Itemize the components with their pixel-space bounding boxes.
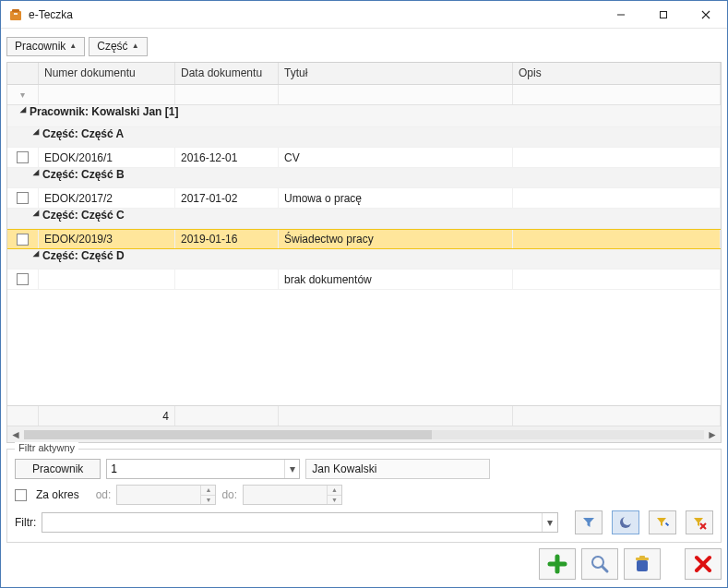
cell-numer: EDOK/2017/2 xyxy=(39,188,175,208)
filter-cell-opis[interactable] xyxy=(513,85,721,104)
svg-point-8 xyxy=(623,516,632,525)
cell-numer: EDOK/2019/3 xyxy=(39,230,175,248)
grid-footer: 4 xyxy=(7,405,721,426)
preview-button[interactable] xyxy=(581,548,618,580)
date-from-spinner[interactable]: ▲▼ xyxy=(116,485,216,505)
employee-picker-button[interactable]: Pracownik xyxy=(15,459,101,479)
cell-opis xyxy=(513,230,721,248)
cell-numer xyxy=(39,270,175,289)
row-checkbox[interactable] xyxy=(17,192,29,204)
filter-cell-tytul[interactable] xyxy=(279,85,513,104)
group-row-employee[interactable]: ◢ Pracownik: Kowalski Jan [1] xyxy=(7,105,721,127)
row-checkbox[interactable] xyxy=(17,151,29,163)
svg-rect-1 xyxy=(12,9,19,12)
filter-panel-legend: Filtr aktywny xyxy=(15,442,78,453)
filter-cell-data[interactable] xyxy=(175,85,279,104)
group-chip-label: Część xyxy=(97,40,127,53)
delete-button[interactable] xyxy=(624,548,661,580)
row-checkbox[interactable] xyxy=(17,234,29,246)
group-chip-pracownik[interactable]: Pracownik ▲ xyxy=(6,37,85,56)
column-header-opis[interactable]: Opis xyxy=(513,63,721,84)
minimize-button[interactable] xyxy=(600,1,642,29)
from-label: od: xyxy=(96,488,112,501)
spin-down-icon[interactable]: ▼ xyxy=(327,496,341,505)
group-row-part[interactable]: ◢ Część: Część D xyxy=(7,249,721,270)
date-to-spinner[interactable]: ▲▼ xyxy=(243,485,342,505)
group-label: Część: Część C xyxy=(39,209,125,228)
employee-id-combo[interactable]: ▾ xyxy=(106,459,300,479)
column-header-tytul[interactable]: Tytuł xyxy=(279,63,513,84)
period-checkbox[interactable] xyxy=(15,489,27,501)
bottom-toolbar xyxy=(6,548,722,580)
svg-rect-16 xyxy=(639,556,645,558)
group-row-part[interactable]: ◢ Część: Część C xyxy=(7,209,721,229)
svg-rect-4 xyxy=(661,11,667,18)
employee-id-input[interactable] xyxy=(107,460,283,478)
scroll-left-icon[interactable]: ◄ xyxy=(7,427,24,442)
footer-count: 4 xyxy=(39,406,175,426)
filter-cell-numer[interactable] xyxy=(39,85,175,104)
cell-tytul: brak dokumentów xyxy=(279,270,513,289)
funnel-edit-icon xyxy=(655,515,670,530)
filter-mode-button[interactable] xyxy=(612,510,639,534)
funnel-icon xyxy=(581,515,596,530)
group-chip-czesc[interactable]: Część ▲ xyxy=(89,37,147,56)
table-row[interactable]: EDOK/2016/1 2016-12-01 CV xyxy=(7,148,721,168)
table-row[interactable]: EDOK/2017/2 2017-01-02 Umowa o pracę xyxy=(7,188,721,209)
add-button[interactable] xyxy=(539,548,576,580)
spin-down-icon[interactable]: ▼ xyxy=(200,496,215,505)
sort-asc-icon: ▲ xyxy=(132,42,139,50)
horizontal-scrollbar[interactable]: ◄ ► xyxy=(7,426,721,442)
spin-up-icon[interactable]: ▲ xyxy=(327,486,341,496)
table-row[interactable]: EDOK/2019/3 2019-01-16 Świadectwo pracy xyxy=(7,229,721,249)
grid-filter-row: ▾ xyxy=(7,85,721,105)
cell-data: 2016-12-01 xyxy=(175,148,279,167)
cell-tytul: Świadectwo pracy xyxy=(279,230,513,248)
cell-opis xyxy=(513,270,721,289)
trash-icon xyxy=(632,554,652,574)
cell-data: 2017-01-02 xyxy=(175,188,279,208)
group-row-part[interactable]: ◢ Część: Część B xyxy=(7,168,721,188)
x-icon xyxy=(694,555,712,573)
maximize-button[interactable] xyxy=(642,1,685,29)
app-window: e-Teczka Pracownik ▲ Część ▲ Numer xyxy=(0,0,728,588)
cell-tytul: Umowa o pracę xyxy=(279,188,513,208)
filter-funnel-cell[interactable]: ▾ xyxy=(7,85,39,104)
filter-combo[interactable]: ▾ xyxy=(42,512,558,533)
sort-asc-icon: ▲ xyxy=(69,42,77,50)
spin-up-icon[interactable]: ▲ xyxy=(200,486,215,496)
group-row-part[interactable]: ◢ Część: Część A xyxy=(7,127,721,148)
funnel-clear-icon xyxy=(692,515,707,530)
group-chip-label: Pracownik xyxy=(15,40,66,53)
column-header-checkbox[interactable] xyxy=(7,63,39,84)
cell-data xyxy=(175,270,279,289)
svg-line-13 xyxy=(603,567,607,571)
svg-rect-14 xyxy=(637,560,648,571)
apply-filter-button[interactable] xyxy=(575,510,603,534)
app-icon xyxy=(8,7,23,22)
clear-filter-button[interactable] xyxy=(686,510,713,534)
scroll-right-icon[interactable]: ► xyxy=(704,427,721,442)
group-label: Część: Część B xyxy=(39,168,125,187)
cell-data: 2019-01-16 xyxy=(175,230,279,248)
table-row[interactable]: brak dokumentów xyxy=(7,270,721,290)
scroll-thumb[interactable] xyxy=(24,430,432,439)
filter-input[interactable] xyxy=(42,513,541,532)
cell-opis xyxy=(513,188,721,208)
chevron-down-icon[interactable]: ▾ xyxy=(284,460,300,478)
row-checkbox[interactable] xyxy=(17,273,29,285)
chevron-down-icon[interactable]: ▾ xyxy=(542,513,557,532)
close-button[interactable] xyxy=(685,1,727,29)
plus-icon xyxy=(547,554,567,574)
cell-numer: EDOK/2016/1 xyxy=(39,148,175,167)
group-label: Część: Część D xyxy=(39,249,125,269)
filter-label: Filtr: xyxy=(15,516,36,529)
grid-header: Numer dokumentu Data dokumentu Tytuł Opi… xyxy=(7,63,721,85)
column-header-numer[interactable]: Numer dokumentu xyxy=(39,63,175,84)
svg-rect-0 xyxy=(10,11,21,20)
filter-builder-button[interactable] xyxy=(649,510,676,534)
column-header-data[interactable]: Data dokumentu xyxy=(175,63,279,84)
close-window-button[interactable] xyxy=(685,548,722,580)
group-by-bar: Pracownik ▲ Część ▲ xyxy=(6,34,722,62)
period-label: Za okres xyxy=(36,488,79,501)
